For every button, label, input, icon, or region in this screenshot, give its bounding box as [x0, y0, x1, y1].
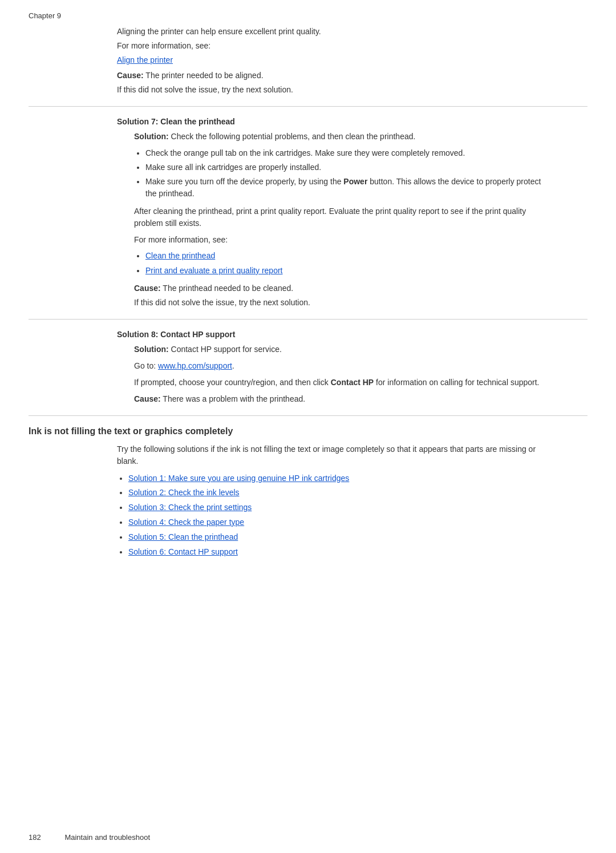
divider-1	[29, 106, 587, 107]
footer-separator	[48, 833, 56, 842]
intro-cause-text: The printer needed to be aligned.	[144, 71, 264, 80]
list-item[interactable]: Solution 6: Contact HP support	[128, 545, 553, 559]
solution8-text: Contact HP support for service.	[169, 345, 282, 354]
list-item[interactable]: Solution 5: Clean the printhead	[128, 531, 553, 544]
list-item: Make sure all ink cartridges are properl…	[145, 161, 553, 173]
footer-text: Maintain and troubleshoot	[64, 833, 150, 842]
list-item[interactable]: Clean the printhead	[145, 249, 553, 263]
if-prompted-text1: If prompted, choose your country/region,…	[134, 378, 331, 387]
solution8-if-prompted: If prompted, choose your country/region,…	[134, 377, 553, 389]
solution8-intro: Solution: Contact HP support for service…	[134, 343, 553, 355]
list-item[interactable]: Solution 3: Check the print settings	[128, 501, 553, 515]
solution7-for-more: For more information, see:	[134, 234, 553, 246]
intro-cause: Cause: The printer needed to be aligned.	[117, 70, 553, 82]
ink-solution1-link[interactable]: Solution 1: Make sure you are using genu…	[128, 474, 349, 483]
ink-solution6-link[interactable]: Solution 6: Contact HP support	[128, 547, 238, 556]
divider-2	[29, 319, 587, 320]
hp-support-link[interactable]: www.hp.com/support	[158, 361, 232, 370]
solution7-after: After cleaning the printhead, print a pr…	[134, 205, 553, 229]
ink-section-title: Ink is not filling the text or graphics …	[29, 426, 587, 436]
goto-end: .	[232, 361, 234, 370]
solution8-cause: Cause: There was a problem with the prin…	[134, 393, 553, 405]
list-item[interactable]: Solution 2: Check the ink levels	[128, 486, 553, 500]
solution8-cause-text: There was a problem with the printhead.	[161, 394, 305, 403]
solution7-bullets: Check the orange pull tab on the ink car…	[145, 147, 553, 200]
solution7-if-not-solve: If this did not solve the issue, try the…	[134, 297, 553, 309]
solution7-intro: Solution: Check the following potential …	[134, 131, 553, 143]
footer: 182 Maintain and troubleshoot	[29, 833, 150, 842]
ink-solution4-link[interactable]: Solution 4: Check the paper type	[128, 518, 244, 527]
list-item: Check the orange pull tab on the ink car…	[145, 147, 553, 159]
goto-text: Go to:	[134, 361, 158, 370]
clean-printhead-link[interactable]: Clean the printhead	[145, 251, 215, 260]
solution7-cause-label: Cause:	[134, 284, 161, 293]
solution8-header: Solution 8: Contact HP support	[117, 330, 553, 339]
solution8-label: Solution:	[134, 345, 169, 354]
print-evaluate-link[interactable]: Print and evaluate a print quality repor…	[145, 266, 282, 275]
list-item[interactable]: Print and evaluate a print quality repor…	[145, 264, 553, 278]
list-item[interactable]: Solution 1: Make sure you are using genu…	[128, 472, 553, 486]
ink-solution5-link[interactable]: Solution 5: Clean the printhead	[128, 532, 238, 541]
contact-hp-bold: Contact HP	[331, 378, 374, 387]
solution7-cause: Cause: The printhead needed to be cleane…	[134, 282, 553, 294]
solution8-cause-label: Cause:	[134, 394, 161, 403]
intro-line1: Aligning the printer can help ensure exc…	[117, 26, 553, 38]
chapter-label: Chapter 9	[29, 11, 587, 20]
solution7-text: Check the following potential problems, …	[169, 132, 416, 141]
align-printer-link[interactable]: Align the printer	[117, 55, 173, 64]
solution7-header: Solution 7: Clean the printhead	[117, 117, 553, 126]
ink-section-intro: Try the following solutions if the ink i…	[117, 443, 553, 467]
intro-line2: For more information, see:	[117, 40, 553, 52]
list-item[interactable]: Solution 4: Check the paper type	[128, 516, 553, 529]
footer-page: 182	[29, 833, 41, 842]
ink-solution3-link[interactable]: Solution 3: Check the print settings	[128, 503, 252, 512]
solution7-links: Clean the printhead Print and evaluate a…	[145, 249, 553, 278]
ink-section: Ink is not filling the text or graphics …	[29, 426, 587, 559]
solution7-cause-text: The printhead needed to be cleaned.	[161, 284, 293, 293]
if-prompted-text2: for information on calling for technical…	[374, 378, 539, 387]
intro-if-not-solve: If this did not solve the issue, try the…	[117, 84, 553, 96]
solution8-goto: Go to: www.hp.com/support.	[134, 360, 553, 372]
divider-3	[29, 415, 587, 416]
ink-solution2-link[interactable]: Solution 2: Check the ink levels	[128, 488, 240, 497]
ink-section-links: Solution 1: Make sure you are using genu…	[128, 472, 553, 559]
solution7-label: Solution:	[134, 132, 169, 141]
list-item: Make sure you turn off the device proper…	[145, 176, 553, 200]
intro-cause-label: Cause:	[117, 71, 144, 80]
